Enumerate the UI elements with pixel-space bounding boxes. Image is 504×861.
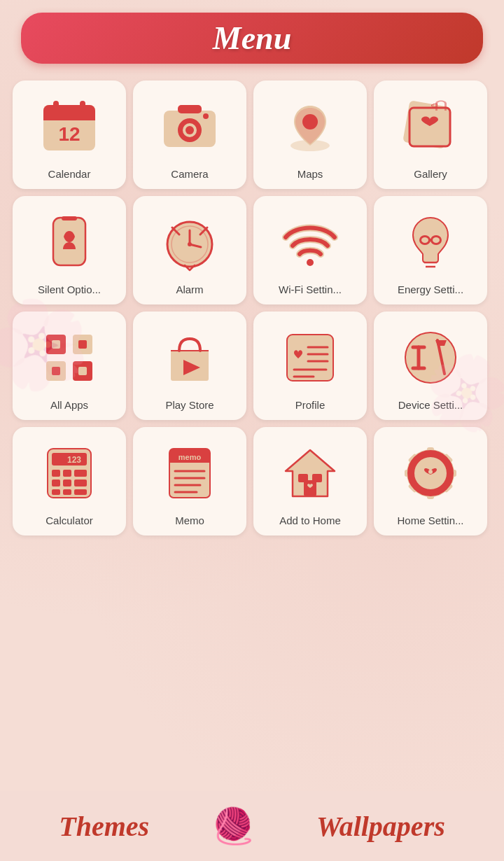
addtohome-item[interactable]: Add to Home (253, 427, 367, 536)
menu-title: Menu (213, 20, 291, 56)
gallery-label: Gallery (414, 168, 447, 181)
camera-icon-area (137, 89, 242, 164)
svg-rect-4 (80, 101, 85, 112)
svg-rect-65 (63, 479, 71, 486)
allapps-item[interactable]: All Apps (13, 312, 126, 420)
playstore-item[interactable]: Play Store (133, 312, 246, 420)
svg-rect-61 (52, 470, 60, 477)
memo-label: Memo (175, 514, 204, 527)
calendar-label: Calendar (48, 168, 91, 181)
silent-label: Silent Optio... (38, 284, 101, 296)
svg-rect-66 (74, 479, 87, 486)
camera-label: Camera (171, 168, 208, 181)
devicesettings-item[interactable]: Device Setti... (374, 312, 487, 420)
devicesettings-label: Device Setti... (398, 399, 463, 412)
svg-line-56 (438, 340, 444, 374)
calculator-item[interactable]: 123 Calculator (13, 427, 126, 536)
calculator-label: Calculator (46, 514, 93, 527)
wifi-icon-area (258, 204, 363, 279)
devicesettings-icon-area (378, 320, 483, 395)
menu-header: Menu (21, 13, 483, 64)
svg-rect-41 (73, 361, 92, 381)
camera-icon (158, 95, 221, 158)
maps-icon-area (258, 89, 363, 164)
playstore-icon-area (137, 320, 242, 395)
addtohome-icon-area (258, 435, 363, 510)
calculator-icon: 123 (38, 442, 101, 505)
playstore-label: Play Store (165, 399, 214, 412)
maps-item[interactable]: Maps (253, 80, 367, 189)
allapps-icon (38, 326, 101, 389)
svg-rect-40 (46, 361, 66, 381)
maps-icon (279, 95, 342, 158)
svg-point-95 (428, 470, 433, 474)
svg-rect-68 (63, 489, 71, 495)
wifi-label: Wi-Fi Settin... (279, 284, 342, 296)
heart-icon: 🧶 (211, 806, 255, 846)
alarm-label: Alarm (176, 284, 203, 296)
gallery-item[interactable]: 🏷 Gallery (374, 80, 487, 189)
alarm-icon (158, 211, 221, 274)
silent-item[interactable]: Silent Optio... (13, 196, 126, 304)
icon-grid: 12 Calendar Camera (0, 74, 504, 542)
profile-icon-area (258, 320, 363, 395)
svg-rect-15 (410, 108, 450, 146)
svg-rect-69 (74, 489, 87, 495)
svg-point-13 (302, 114, 318, 130)
svg-rect-83 (312, 474, 322, 482)
calendar-icon-area: 12 (17, 89, 122, 164)
silent-icon (38, 211, 101, 274)
svg-rect-45 (78, 367, 87, 375)
devicesettings-icon (399, 326, 462, 389)
svg-rect-62 (63, 470, 71, 477)
profile-item[interactable]: Profile (253, 312, 367, 420)
gallery-icon-area: 🏷 (378, 89, 483, 164)
homesettings-label: Home Settin... (397, 514, 463, 527)
energy-icon-area (378, 204, 483, 279)
memo-item[interactable]: memo Memo (133, 427, 246, 536)
camera-item[interactable]: Camera (133, 80, 246, 189)
svg-rect-20 (62, 216, 77, 220)
alarm-item[interactable]: Alarm (133, 196, 246, 304)
energy-item[interactable]: Energy Setti... (374, 196, 487, 304)
energy-label: Energy Setti... (398, 284, 463, 296)
svg-rect-3 (53, 101, 59, 112)
bottom-bar: Themes 🧶 Wallpapers (0, 791, 504, 861)
svg-rect-44 (52, 367, 60, 375)
wifi-item[interactable]: Wi-Fi Settin... (253, 196, 367, 304)
energy-icon (399, 211, 462, 274)
homesettings-icon (399, 442, 462, 505)
profile-icon (279, 326, 342, 389)
homesettings-item[interactable]: Home Settin... (374, 427, 487, 536)
silent-icon-area (17, 204, 122, 279)
svg-rect-42 (52, 340, 60, 349)
svg-rect-82 (298, 474, 308, 482)
calendar-icon: 12 (38, 95, 101, 158)
svg-point-36 (421, 237, 428, 243)
svg-point-10 (186, 126, 194, 134)
addtohome-label: Add to Home (279, 514, 341, 527)
svg-rect-64 (52, 479, 60, 486)
calculator-icon-area: 123 (17, 435, 122, 510)
maps-label: Maps (298, 168, 323, 181)
alarm-icon-area (137, 204, 242, 279)
svg-point-29 (307, 259, 314, 266)
calendar-item[interactable]: 12 Calendar (13, 80, 126, 189)
themes-label[interactable]: Themes (59, 810, 149, 843)
svg-text:memo: memo (178, 453, 202, 461)
playstore-icon (158, 326, 221, 389)
svg-rect-2 (43, 115, 95, 120)
profile-label: Profile (295, 399, 326, 412)
svg-point-26 (188, 242, 192, 246)
wallpapers-label[interactable]: Wallpapers (316, 810, 445, 843)
svg-rect-38 (46, 335, 66, 354)
svg-point-11 (203, 113, 209, 119)
svg-rect-47 (287, 335, 333, 381)
svg-rect-67 (52, 489, 60, 495)
svg-rect-7 (178, 105, 202, 113)
svg-text:123: 123 (67, 455, 81, 465)
homesettings-icon-area (378, 435, 483, 510)
svg-rect-81 (304, 480, 316, 496)
wifi-icon (279, 211, 342, 274)
memo-icon-area: memo (137, 435, 242, 510)
